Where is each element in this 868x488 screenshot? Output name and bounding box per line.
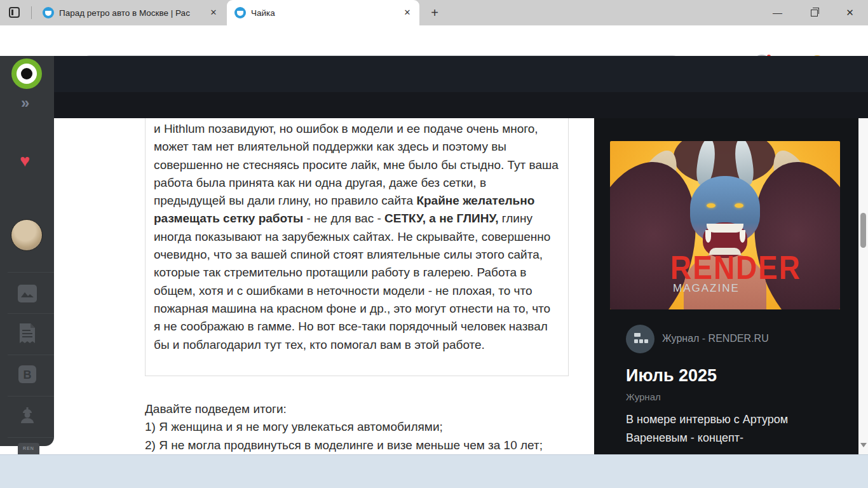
render-mini-tab[interactable]: REN: [18, 443, 39, 454]
left-sidebar: [0, 56, 54, 446]
new-tab-button[interactable]: +: [427, 6, 442, 21]
comment-segment: глину иногда показывают на зарубежных са…: [154, 212, 550, 351]
cover-art: [740, 230, 745, 243]
profile-header: Евгения Воскресенская ↑ 0 Записей 12 Сле…: [0, 56, 868, 92]
gallery-image-icon[interactable]: [17, 284, 37, 304]
svg-text:B: B: [24, 369, 32, 381]
browser-toolbar: ← ⟳ https://render.ru/ru/gallery/artwork…: [0, 25, 868, 56]
cover-art: [707, 203, 715, 208]
restore-button[interactable]: [796, 0, 832, 25]
minimize-button[interactable]: —: [759, 0, 796, 25]
render-logo-icon[interactable]: [11, 58, 42, 89]
site-favicon: [234, 7, 246, 18]
page-scrollbar-track[interactable]: [858, 118, 868, 454]
tab-separator: [31, 6, 32, 19]
tab-close-icon[interactable]: ✕: [207, 6, 220, 20]
summary-line: 1) Я женщина и я не могу увлекаться авто…: [145, 418, 583, 436]
cover-subtitle: MAGAZINE: [673, 282, 740, 295]
heart-icon[interactable]: ♥: [20, 151, 30, 171]
summary-text: Давайте подведем итоги: 1) Я женщина и я…: [145, 400, 583, 454]
profile-nav: ОБ АВТОРЕ ЛИЧНАЯ ГАЛЕРЕЯ: [0, 92, 868, 118]
sidebar-divider: [8, 396, 54, 396]
journal-source[interactable]: Журнал - RENDER.RU: [662, 333, 769, 344]
workspaces-icon[interactable]: [9, 7, 20, 18]
cover-art: [735, 203, 743, 208]
browser-tab-2-active[interactable]: Чайка ✕: [227, 0, 419, 25]
page-scrollbar-thumb[interactable]: [860, 213, 866, 248]
cover-title: RENDER: [670, 248, 801, 287]
comment-segment-bold: СЕТКУ, а не ГЛИНУ,: [384, 212, 498, 225]
expand-sidebar-icon[interactable]: »: [21, 94, 29, 112]
windows-taskbar: Поиск Я Y ∧ РУС 5:05 12.07.2025: [0, 454, 868, 488]
summary-line: 2) Я не могла продвинуться в моделинге и…: [145, 437, 583, 454]
blog-icon[interactable]: B: [17, 364, 37, 384]
journal-category: Журнал: [626, 391, 661, 402]
tab-title: Парад ретро авто в Москве | Рас: [59, 8, 201, 18]
close-button[interactable]: ✕: [832, 0, 868, 25]
sidebar-user-avatar[interactable]: [11, 219, 43, 251]
journal-issue-title[interactable]: Июль 2025: [626, 366, 717, 386]
browser-titlebar: Парад ретро авто в Москве | Рас ✕ Чайка …: [0, 0, 868, 25]
cover-art: [705, 230, 711, 243]
journal-avatar-icon[interactable]: [626, 325, 654, 353]
comment-text: и Hithlum позавидуют, но ошибок в модели…: [146, 118, 568, 354]
journal-teaser[interactable]: В номере интервью с Артуром Вареневым - …: [626, 410, 817, 447]
comment-segment: - не для вас -: [303, 212, 384, 225]
summary-line: Давайте подведем итоги:: [145, 400, 583, 418]
browser-tab-1[interactable]: Парад ретро авто в Москве | Рас ✕: [35, 0, 226, 25]
sidebar-divider: [8, 313, 54, 314]
site-favicon: [43, 7, 54, 18]
sidebar-divider: [8, 355, 54, 355]
sidebar-divider: [8, 437, 54, 438]
screen: Парад ретро авто в Москве | Рас ✕ Чайка …: [0, 0, 868, 488]
scrollbar-down-arrow-icon[interactable]: [860, 443, 867, 447]
cover-art: [707, 224, 743, 233]
comment-quote-box: и Hithlum позавидуют, но ошибок в модели…: [145, 118, 569, 376]
articles-icon[interactable]: [17, 323, 37, 343]
window-controls: — ✕: [759, 0, 868, 25]
sidebar-divider: [8, 272, 54, 273]
tab-close-icon[interactable]: ✕: [400, 6, 414, 20]
tab-title: Чайка: [251, 8, 395, 18]
magazine-cover-image[interactable]: RENDER MAGAZINE: [610, 141, 840, 309]
job-worker-icon[interactable]: [17, 405, 37, 426]
